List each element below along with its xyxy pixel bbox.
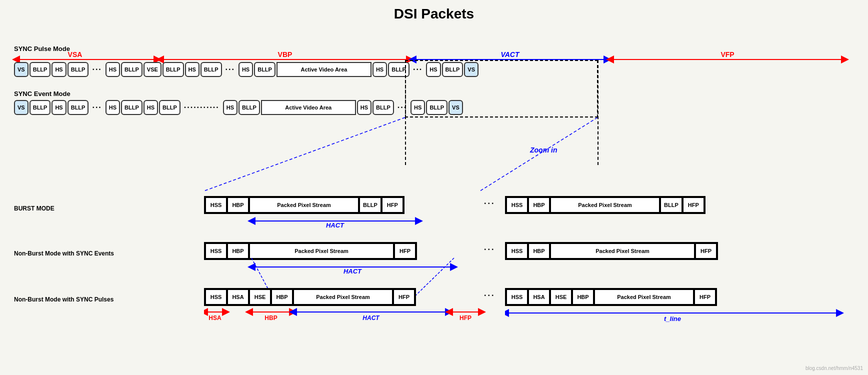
vse-pkt: VSE (144, 62, 162, 77)
nbe-hfp1: HFP (394, 243, 416, 259)
bm-pps1: Packed Pixel Stream (249, 197, 359, 213)
watermark: blog.csdn.net/hmm/n4531 (806, 366, 863, 371)
nbe-hbp1: HBP (227, 243, 249, 259)
diagram: SYNC Pulse Mode VSA VBP VACT VFP (0, 26, 868, 375)
dots2: ··· (223, 62, 238, 77)
bllp-pkt: BLLP (30, 62, 51, 77)
nb-pulses-group1: HSS HSA HSE HBP Packed Pixel Stream HFP (204, 288, 416, 306)
dots-e1: ··· (90, 100, 104, 115)
burst-dots: ··· (484, 199, 495, 208)
hs-pkt-e1: HS (52, 100, 66, 115)
sync-pulse-label: SYNC Pulse Mode (14, 45, 70, 52)
hs-pkt-e3: HS (144, 100, 158, 115)
active-video-area1: Active Video Area (276, 62, 372, 77)
bllp-pkt3: BLLP (121, 62, 142, 77)
hs-pkt4: HS (238, 62, 253, 77)
burst-mode-group2: HSS HBP Packed Pixel Stream BLLP HFP (505, 196, 706, 214)
nb-sync-events-label: Non-Burst Mode with SYNC Events (14, 250, 114, 257)
burst-mode-group1: HSS HBP Packed Pixel Stream BLLP HFP (204, 196, 404, 214)
hs-pkt3: HS (185, 62, 200, 77)
bm-bllp1: BLLP (359, 197, 382, 213)
bm-hbp1: HBP (227, 197, 249, 213)
vact-box (405, 60, 598, 118)
svg-text:HACT: HACT (344, 268, 362, 274)
svg-text:VACT: VACT (500, 50, 520, 58)
hs-pkt-e2: HS (106, 100, 120, 115)
nbp-hss2: HSS (506, 289, 528, 305)
bllp-pkt-e3: BLLP (121, 100, 142, 115)
nbp-hfp2: HFP (694, 289, 716, 305)
nbp-hsa2: HSA (528, 289, 550, 305)
bllp-pkt6: BLLP (254, 62, 276, 77)
nbe-hact-arrow: HACT (204, 260, 489, 274)
dots1: ··· (90, 62, 104, 77)
bllp-pkt2: BLLP (68, 62, 89, 77)
vs-pkt-e1: VS (14, 100, 28, 115)
hs-pkt-e4: HS (223, 100, 238, 115)
burst-hact-arrow: HACT (204, 214, 489, 228)
vs-pkt: VS (14, 62, 28, 77)
bllp-pkt5: BLLP (200, 62, 222, 77)
hs-pkt5: HS (372, 62, 387, 77)
svg-text:VFP: VFP (720, 50, 734, 58)
svg-text:HFP: HFP (460, 314, 472, 322)
nbp-hfp1: HFP (393, 289, 415, 305)
nbe-dots: ··· (484, 245, 495, 254)
dots-e2: ··········· (182, 100, 222, 115)
nbe-pps1: Packed Pixel Stream (249, 243, 394, 259)
bllp-pkt-e5: BLLP (238, 100, 260, 115)
page-title: DSI Packets (0, 0, 868, 26)
hs-pkt: HS (52, 62, 66, 77)
svg-text:t_line: t_line (664, 315, 681, 322)
nbp-hsa1: HSA (227, 289, 249, 305)
svg-line-9 (480, 118, 598, 191)
nbp-hbp2: HBP (572, 289, 594, 305)
bm-hbp2: HBP (528, 197, 550, 213)
bm-bllp2: BLLP (660, 197, 682, 213)
bm-hss2: HSS (506, 197, 528, 213)
nbe-hfp2: HFP (695, 243, 717, 259)
bllp-pkt-e6: BLLP (372, 100, 394, 115)
nbp-hbp1: HBP (271, 289, 293, 305)
bm-hss1: HSS (205, 197, 227, 213)
bllp-pkt4: BLLP (162, 62, 184, 77)
bm-pps2: Packed Pixel Stream (550, 197, 660, 213)
tline-arrow: t_line (505, 307, 845, 332)
svg-text:HBP: HBP (264, 314, 277, 322)
nbe-hss2: HSS (506, 243, 528, 259)
burst-mode-label: BURST MODE (14, 205, 54, 212)
bllp-pkt-e4: BLLP (159, 100, 180, 115)
nbp-pps2: Packed Pixel Stream (594, 289, 694, 305)
sync-event-row: VS BLLP HS BLLP ··· HS BLLP HS BLLP ····… (14, 100, 463, 115)
nbe-hbp2: HBP (528, 243, 550, 259)
nb-events-group1: HSS HBP Packed Pixel Stream HFP (204, 242, 417, 260)
nb-sync-pulses-label: Non-Burst Mode with SYNC Pulses (14, 296, 114, 303)
nbp-dots: ··· (484, 291, 495, 300)
nbp-hse1: HSE (249, 289, 271, 305)
nbp-pps1: Packed Pixel Stream (293, 289, 393, 305)
zoom-label: Zoom in (530, 146, 557, 154)
hs-pkt-e5: HS (357, 100, 372, 115)
hs-pkt2: HS (106, 62, 120, 77)
bm-hfp2: HFP (682, 197, 704, 213)
bm-hfp1: HFP (382, 197, 404, 213)
svg-text:HACT: HACT (326, 222, 344, 228)
bllp-pkt-e2: BLLP (68, 100, 89, 115)
svg-text:VBP: VBP (278, 50, 292, 58)
sync-event-label: SYNC Event Mode (14, 90, 70, 98)
nb-events-group2: HSS HBP Packed Pixel Stream HFP (505, 242, 718, 260)
nb-pulses-group2: HSS HSA HSE HBP Packed Pixel Stream HFP (505, 288, 717, 306)
nbe-pps2: Packed Pixel Stream (550, 243, 695, 259)
svg-text:HACT: HACT (362, 314, 380, 322)
svg-text:VSA: VSA (68, 50, 82, 58)
bottom-arrows: HSA HBP HACT HFP (204, 306, 489, 331)
bllp-pkt-e1: BLLP (30, 100, 51, 115)
nbp-hse2: HSE (550, 289, 572, 305)
svg-line-8 (204, 118, 405, 191)
active-video-area2: Active Video Area (261, 100, 356, 115)
nbe-hss1: HSS (205, 243, 227, 259)
svg-text:HSA: HSA (208, 314, 222, 322)
nbp-hss1: HSS (205, 289, 227, 305)
